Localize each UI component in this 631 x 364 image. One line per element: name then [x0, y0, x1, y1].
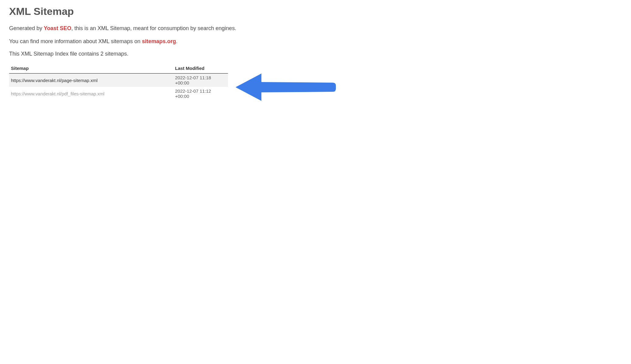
table-header-row: Sitemap Last Modified: [9, 64, 228, 74]
sitemap-table: Sitemap Last Modified https://www.vander…: [9, 64, 228, 100]
intro-generated-suffix: , this is an XML Sitemap, meant for cons…: [71, 25, 236, 31]
intro-moreinfo-suffix: .: [176, 38, 178, 44]
intro-block: Generated by Yoast SEO, this is an XML S…: [9, 25, 622, 45]
intro-generated: Generated by Yoast SEO, this is an XML S…: [9, 25, 622, 32]
header-sitemap: Sitemap: [9, 64, 173, 74]
intro-generated-prefix: Generated by: [9, 25, 44, 31]
table-row: https://www.vanderakt.nl/pdf_files-sitem…: [9, 87, 228, 100]
yoast-seo-link[interactable]: Yoast SEO: [44, 25, 71, 31]
last-modified-cell: 2022-12-07 11:18 +00:00: [173, 74, 228, 87]
last-modified-cell: 2022-12-07 11:12 +00:00: [173, 87, 228, 100]
sitemap-count-line: This XML Sitemap Index file contains 2 s…: [9, 51, 622, 57]
arrow-annotation-icon: [234, 70, 337, 103]
header-last-modified: Last Modified: [173, 64, 228, 74]
intro-moreinfo: You can find more information about XML …: [9, 38, 622, 45]
intro-moreinfo-prefix: You can find more information about XML …: [9, 38, 142, 44]
table-row: https://www.vanderakt.nl/page-sitemap.xm…: [9, 74, 228, 87]
sitemaps-org-link[interactable]: sitemaps.org: [142, 38, 176, 44]
page-title: XML Sitemap: [9, 5, 622, 17]
sitemap-link[interactable]: https://www.vanderakt.nl/page-sitemap.xm…: [11, 78, 98, 83]
sitemap-link[interactable]: https://www.vanderakt.nl/pdf_files-sitem…: [11, 91, 105, 96]
